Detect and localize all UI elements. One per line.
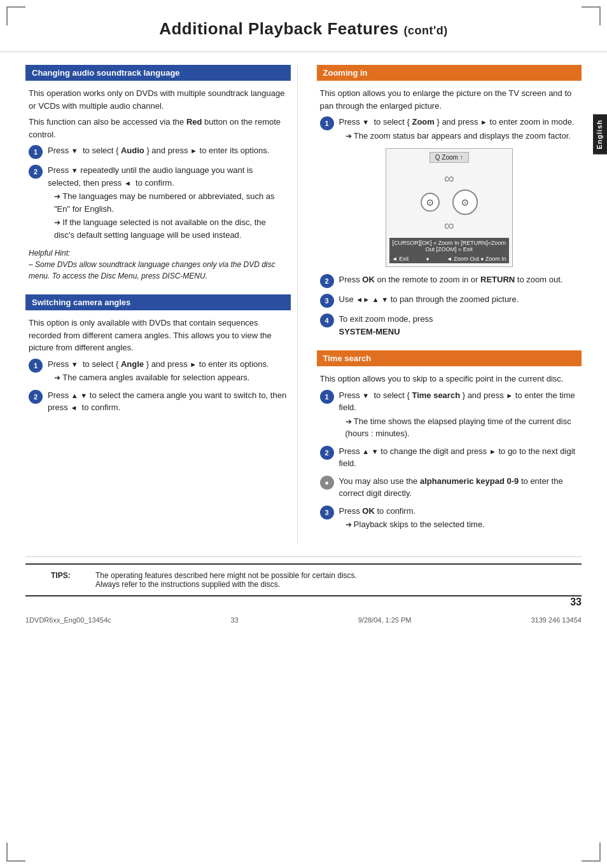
zoom-section: Zooming in This option allows you to enl… [317,65,582,338]
corner-mark-bl [6,843,25,862]
zoom-step4-content: To exit zoom mode, press SYSTEM-MENU [339,313,579,338]
ts-note3: Playback skips to the selected time. [339,518,579,531]
audio-hint: Helpful Hint: – Some DVDs allow soundtra… [29,247,288,282]
zoom-step-num3: 3 [320,294,334,308]
divider [25,556,582,557]
zoom-step-num4: 4 [320,313,334,327]
audio-note2: If the language selected is not availabl… [48,216,288,241]
ts-step2: 2 Press to change the digit and press to… [320,445,579,470]
zoom-footer-bottom: ◄ Exit ♦ ◄ Zoom Out ♦ Zoom In [389,254,509,263]
zoom-note1: The zoom status bar appears and displays… [339,130,579,142]
audio-step2: 2 Press repeatedly until the audio langu… [29,164,288,241]
zoom-diagram: Q Zoom ↑ ∞ ⊙ ⊙ ∞ [CURSOR][OK] = Zoom In … [386,148,513,267]
ts-step2-content: Press to change the digit and press to g… [339,445,579,470]
zoom-step3: 3 Use to pan through the zoomed picture. [320,293,579,308]
tips-label: TIPS: [51,571,83,589]
page-footer: 1DVDR6xx_Eng00_13454c 33 9/28/04, 1:25 P… [0,611,607,629]
right-icon-ts1 [506,390,513,400]
camera-section-body: This option is only available with DVDs … [25,317,291,414]
left-column: Changing audio soundtrack language This … [25,65,298,544]
tips-bar: TIPS: The operating features described h… [25,563,582,596]
up-icon-ts2 [362,446,369,456]
ts-step1-content: Press to select { Time search } and pres… [339,389,579,440]
timesearch-section-title: Time search [317,350,582,366]
ts-step-num1: 1 [320,390,334,404]
camera-intro: This option is only available with DVDs … [29,317,288,354]
tips-text: The operating features described here mi… [95,571,357,589]
camera-step2-content: Press to select the camera angle you wan… [48,389,288,414]
down-icon-ts1 [362,390,369,400]
camera-section: Switching camera angles This option is o… [25,294,291,414]
down-icon-z3 [381,294,388,304]
footer-far-right: 3139 246 13454 [531,616,582,624]
ts-step3: 3 Press OK to confirm. Playback skips to… [320,505,579,531]
left-arrow-icon [124,178,131,188]
ts-step1: 1 Press to select { Time search } and pr… [320,389,579,440]
zoom-step3-content: Use to pan through the zoomed picture. [339,293,579,306]
ts-bullet-marker: ● [320,476,334,490]
camera-step1-content: Press to select { Angle } and press to e… [48,358,288,384]
main-content: Changing audio soundtrack language This … [0,52,607,556]
timesearch-intro: This option allows you to skip to a spec… [320,373,579,385]
right-arrow-icon [190,146,197,155]
ts-note1: The time shows the elapsed playing time … [339,415,579,440]
footer-left: 1DVDR6xx_Eng00_13454c [25,616,111,624]
corner-mark-tl [6,6,25,25]
zoom-diagram-footer: [CURSOR][OK] = Zoom In [RETURN]=Zoom Out… [389,238,509,254]
audio-section-body: This operation works only on DVDs with m… [25,87,291,282]
zoom-footer-zoom: ◄ Zoom Out ♦ Zoom In [447,256,506,262]
right-icon-c1 [190,359,197,369]
zoom-step1-content: Press to select { Zoom } and press to en… [339,116,579,142]
audio-note1: The languages may be numbered or abbrevi… [48,190,288,215]
audio-intro1: This operation works only on DVDs with m… [29,87,288,112]
down-icon-c1 [71,359,78,369]
zoom-infinity-bottom: ∞ [444,217,454,234]
zoom-footer-left: [CURSOR][OK] = Zoom In [RETURN]=Zoom Out… [392,240,506,252]
down-icon-c2 [80,390,87,400]
up-icon-z3 [372,294,379,304]
ts-step-num2: 2 [320,446,334,460]
ts-step3-content: Press OK to confirm. Playback skips to t… [339,505,579,531]
camera-step2: 2 Press to select the camera angle you w… [29,389,288,414]
audio-section: Changing audio soundtrack language This … [25,65,291,282]
right-icon-ts2 [489,446,496,456]
zoom-step2: 2 Press OK on the remote to zoom in or R… [320,273,579,288]
down-icon-z1 [362,117,369,127]
audio-step1: 1 Press to select { Audio } and press to… [29,144,288,159]
tips-text2: Always refer to the instructions supplie… [95,580,357,589]
step-number-1: 1 [29,145,43,159]
zoom-diagram-label: Q Zoom ↑ [429,152,469,163]
language-tab: English [593,114,607,155]
right-icon-z1 [480,117,487,127]
zoom-lens-bottom: ∞ [389,217,509,234]
camera-step1: 1 Press to select { Angle } and press to… [29,358,288,384]
footer-center: 33 [231,616,239,624]
tips-text1: The operating features described here mi… [95,571,357,580]
footer-right: 9/28/04, 1:25 PM [358,616,412,624]
zoom-step-num1: 1 [320,116,334,130]
audio-section-title: Changing audio soundtrack language [25,65,291,81]
corner-mark-br [582,843,601,862]
zoom-lens-top: ∞ [389,170,509,187]
zoom-step1: 1 Press to select { Zoom } and press to … [320,116,579,142]
zoom-infinity-top: ∞ [444,170,454,187]
camera-step-num2: 2 [29,390,43,404]
left-icon-c2 [70,403,77,412]
timesearch-section-body: This option allows you to skip to a spec… [317,373,582,531]
zoom-footer-dot: ♦ [426,256,429,262]
page-header: Additional Playback Features (cont'd) [0,0,607,52]
zoom-section-body: This option allows you to enlarge the pi… [317,87,582,338]
zoom-section-title: Zooming in [317,65,582,81]
step-number-2: 2 [29,165,43,179]
left-icon-z3 [356,294,363,304]
audio-intro2: This function can also be accessed via t… [29,116,288,141]
down-arrow-icon [71,146,78,155]
right-icon-z3 [363,294,370,304]
corner-mark-tr [582,6,601,25]
page-number: 33 [0,596,607,608]
camera-section-title: Switching camera angles [25,294,291,310]
audio-step1-content: Press to select { Audio } and press to e… [48,144,288,157]
page-title: Additional Playback Features (cont'd) [38,19,569,39]
down-icon-ts2 [372,446,379,456]
down-arrow-icon2 [71,165,78,175]
